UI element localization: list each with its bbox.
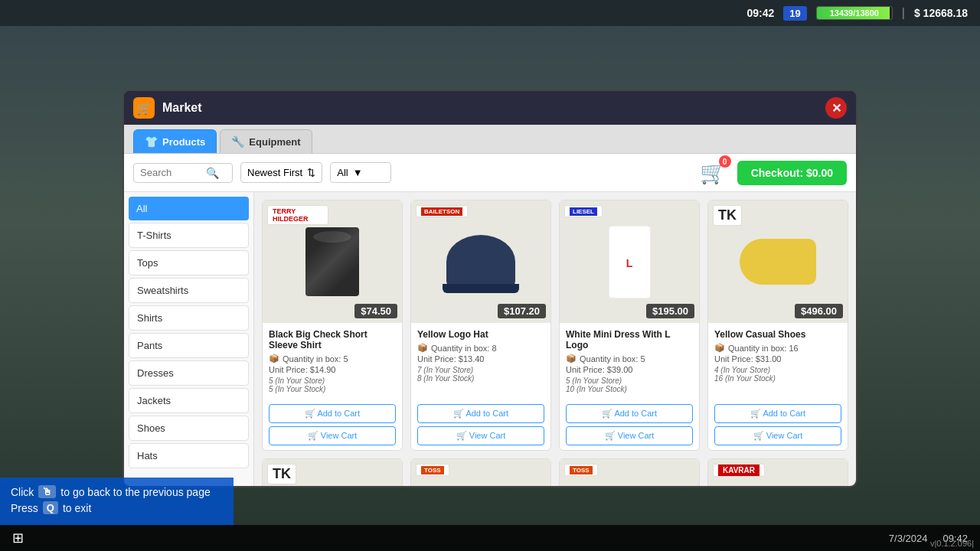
product-qty: 📦 Quantity in box: 8 <box>417 343 544 353</box>
product-brand: BAILETSON <box>416 205 468 217</box>
view-cart-button[interactable]: 🛒 View Cart <box>566 426 693 445</box>
product-in-stock: 16 (In Your Stock) <box>714 374 841 383</box>
product-qty: 📦 Quantity in box: 5 <box>269 354 396 364</box>
product-actions: 🛒 Add to Cart 🛒 View Cart <box>708 399 848 450</box>
hud-health-text: 13439/13800 <box>817 7 892 19</box>
product-name: White Mini Dress With L Logo <box>566 329 693 350</box>
checkout-button[interactable]: Checkout: $0.00 <box>737 161 847 185</box>
product-price: $195.00 <box>646 304 694 318</box>
search-input[interactable] <box>140 167 201 178</box>
sidebar-item-pants[interactable]: Pants <box>129 333 249 358</box>
hud-money: $ 12668.18 <box>914 7 968 19</box>
product-image-area: TOSS $72.00 <box>560 459 699 486</box>
box-icon: 📦 <box>417 343 428 353</box>
box-icon: 📦 <box>566 354 577 364</box>
hud-time: 09:42 <box>746 7 774 19</box>
product-unit-price: Unit Price: $31.00 <box>714 354 841 364</box>
cart-badge-container: 🛒 0 <box>700 160 727 185</box>
search-icon[interactable]: 🔍 <box>206 167 219 179</box>
sort-arrow-icon: ⇅ <box>307 167 315 178</box>
add-to-cart-button[interactable]: 🛒 Add to Cart <box>714 404 841 423</box>
product-info: Yellow Logo Hat 📦 Quantity in box: 8 Uni… <box>411 323 550 399</box>
modal-title: Market <box>162 101 818 115</box>
help-line-2: Press Q to exit <box>11 501 223 514</box>
product-image-area: TOSS $84.00 <box>411 459 550 486</box>
market-icon: 🛒 <box>133 97 155 119</box>
product-in-store: 5 (In Your Store) <box>566 377 693 385</box>
sidebar-item-sweatshirts[interactable]: Sweatshirts <box>129 278 249 303</box>
product-in-stock: 8 (In Your Stock) <box>417 374 544 383</box>
product-name: Yellow Logo Hat <box>417 329 544 340</box>
search-box[interactable]: 🔍 <box>133 163 233 183</box>
sidebar-item-tshirts[interactable]: T-Shirts <box>129 223 249 248</box>
hud-bar: 09:42 19 13439/13800 | $ 12668.18 <box>0 0 980 26</box>
close-button[interactable]: ✕ <box>825 97 847 119</box>
product-unit-price: Unit Price: $39.00 <box>566 365 693 374</box>
bottom-bar: ⊞ 7/3/2024 09:42 <box>0 525 980 551</box>
tab-products[interactable]: 👕 Products <box>133 129 217 153</box>
product-qty: 📦 Quantity in box: 16 <box>714 343 841 353</box>
add-to-cart-button[interactable]: 🛒 Add to Cart <box>566 404 693 423</box>
product-unit-price: Unit Price: $14.90 <box>269 365 396 374</box>
modal-content: 👕 Products 🔧 Equipment 🔍 Newest First ⇅ <box>124 125 856 486</box>
help-q-key: Q <box>43 501 58 514</box>
product-price: $74.50 <box>354 304 397 318</box>
hud-divider: | <box>902 6 905 20</box>
equipment-icon: 🔧 <box>231 135 244 148</box>
product-image-area: TK $68.00 <box>263 459 402 486</box>
view-cart-button[interactable]: 🛒 View Cart <box>417 426 544 445</box>
product-unit-price: Unit Price: $13.40 <box>417 354 544 364</box>
toolbar-row: 🔍 Newest First ⇅ All ▼ 🛒 0 Checkout: $0.… <box>124 154 856 192</box>
tabs-row: 👕 Products 🔧 Equipment <box>124 125 856 154</box>
product-brand: KAVRAR <box>713 464 765 477</box>
help-line-1: Click 🖱 to go back to the previous page <box>11 485 223 498</box>
product-in-store: 5 (In Your Store) <box>269 377 396 385</box>
product-name: Black Big Check Short Sleeve Shirt <box>269 329 396 350</box>
product-card: BAILETSON $107.20 Yellow Logo Hat 📦 Quan… <box>410 200 551 451</box>
sidebar-item-hats[interactable]: Hats <box>129 443 249 468</box>
sidebar-item-jackets[interactable]: Jackets <box>129 388 249 413</box>
product-in-store: 7 (In Your Store) <box>417 366 544 374</box>
version-text: v|0.1.2.096| <box>930 539 974 548</box>
product-card: TOSS $72.00 Light Grey Button Shirt 📦 Qu… <box>559 458 700 486</box>
hud-level: 19 <box>783 6 806 21</box>
sidebar-item-shirts[interactable]: Shirts <box>129 305 249 331</box>
products-icon: 👕 <box>145 135 158 148</box>
product-card: TK $68.00 Grey Check Shirt 📦 Quantity in… <box>262 458 403 486</box>
tab-equipment[interactable]: 🔧 Equipment <box>220 129 312 153</box>
add-to-cart-button[interactable]: 🛒 Add to Cart <box>269 404 396 423</box>
modal-overlay: 🛒 Market ✕ 👕 Products 🔧 Equipment <box>0 26 980 551</box>
sidebar-item-all[interactable]: All <box>129 197 249 220</box>
product-brand: TERRY HILDEGER <box>267 205 328 225</box>
modal-titlebar: 🛒 Market ✕ <box>124 91 856 125</box>
box-icon: 📦 <box>269 354 279 364</box>
sidebar-item-shoes[interactable]: Shoes <box>129 416 249 441</box>
product-card: TK $496.00 Yellow Casual Shoes 📦 Quantit… <box>707 200 848 451</box>
add-to-cart-button[interactable]: 🛒 Add to Cart <box>417 404 544 423</box>
product-image-area: TERRY HILDEGER $74.50 <box>263 201 402 323</box>
product-image-area: LIESEL $195.00 <box>560 201 699 323</box>
cart-count-badge: 0 <box>719 155 731 168</box>
product-image-area: TK $496.00 <box>708 201 848 323</box>
product-card: TERRY HILDEGER $74.50 Black Big Check Sh… <box>262 200 403 451</box>
market-modal: 🛒 Market ✕ 👕 Products 🔧 Equipment <box>122 90 858 487</box>
sidebar-item-dresses[interactable]: Dresses <box>129 360 249 386</box>
product-in-store: 4 (In Your Store) <box>714 366 841 374</box>
product-area-wrapper: TERRY HILDEGER $74.50 Black Big Check Sh… <box>254 192 856 486</box>
product-in-stock: 5 (In Your Stock) <box>269 385 396 393</box>
product-price: $107.20 <box>498 304 546 318</box>
product-brand: TOSS <box>564 464 598 476</box>
product-info: Black Big Check Short Sleeve Shirt 📦 Qua… <box>263 323 402 399</box>
product-brand: TOSS <box>416 464 449 476</box>
product-actions: 🛒 Add to Cart 🛒 View Cart <box>560 399 699 450</box>
main-area: AllT-ShirtsTopsSweatshirtsShirtsPantsDre… <box>124 192 856 486</box>
help-mouse-key: 🖱 <box>38 485 56 498</box>
sort-dropdown[interactable]: Newest First ⇅ <box>240 162 322 183</box>
view-cart-button[interactable]: 🛒 View Cart <box>714 426 841 445</box>
sidebar-item-tops[interactable]: Tops <box>129 250 249 276</box>
product-card: KAVRAR $240.00 Brown Loafer Shoes 📦 Quan… <box>707 458 848 486</box>
filter-dropdown[interactable]: All ▼ <box>330 162 391 183</box>
view-cart-button[interactable]: 🛒 View Cart <box>269 426 396 445</box>
hud-health-bar: 13439/13800 <box>816 6 893 20</box>
product-brand: TK <box>713 205 742 226</box>
